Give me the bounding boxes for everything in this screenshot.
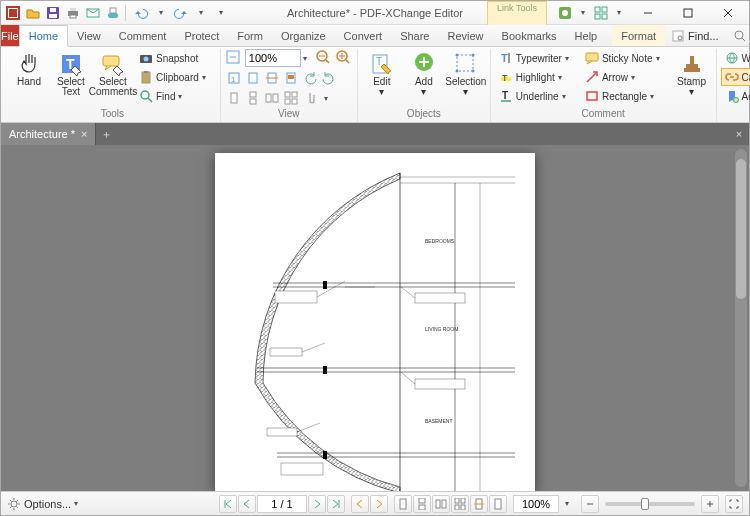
zoom-in-status-button[interactable] bbox=[701, 495, 719, 513]
layout-two-icon[interactable] bbox=[432, 495, 450, 513]
maximize-button[interactable] bbox=[669, 2, 707, 24]
scrollbar-thumb[interactable] bbox=[736, 159, 746, 299]
rotate-cw-icon[interactable] bbox=[320, 69, 338, 87]
page-input[interactable] bbox=[257, 495, 307, 513]
fit-page-icon[interactable] bbox=[244, 69, 262, 87]
hand-tool[interactable]: Hand bbox=[9, 49, 49, 88]
save-icon[interactable] bbox=[45, 5, 61, 21]
document-tab[interactable]: Architecture * × bbox=[1, 123, 96, 145]
find-tool[interactable]: Find▾ bbox=[135, 87, 216, 105]
close-all-tabs-button[interactable]: × bbox=[729, 123, 749, 145]
rotate-ccw-icon[interactable] bbox=[301, 69, 319, 87]
svg-line-101 bbox=[317, 281, 345, 297]
undo-dropdown[interactable]: ▾ bbox=[153, 5, 169, 21]
redo-icon[interactable] bbox=[173, 5, 189, 21]
selection-button[interactable]: Selection▾ bbox=[446, 49, 486, 98]
select-comments-tool[interactable]: Select Comments bbox=[93, 49, 133, 98]
add-button[interactable]: Add▾ bbox=[404, 49, 444, 98]
continuous-icon[interactable] bbox=[244, 89, 262, 107]
undo-icon[interactable] bbox=[133, 5, 149, 21]
sticky-note-tool[interactable]: Sticky Note▾ bbox=[581, 49, 670, 67]
tab-view[interactable]: View bbox=[68, 25, 110, 46]
layout-single-icon[interactable] bbox=[394, 495, 412, 513]
typewriter-tool[interactable]: TTypewriter▾ bbox=[495, 49, 579, 67]
document-tab-close-icon[interactable]: × bbox=[81, 128, 87, 140]
attachments-icon[interactable] bbox=[301, 89, 319, 107]
layout-cont-icon[interactable] bbox=[413, 495, 431, 513]
tab-protect[interactable]: Protect bbox=[175, 25, 228, 46]
tab-form[interactable]: Form bbox=[228, 25, 272, 46]
tab-home[interactable]: Home bbox=[19, 25, 68, 47]
next-page-button[interactable] bbox=[308, 495, 326, 513]
first-page-button[interactable] bbox=[219, 495, 237, 513]
ui-theme-dd[interactable]: ▾ bbox=[575, 5, 591, 21]
two-continuous-icon[interactable] bbox=[282, 89, 300, 107]
page-canvas[interactable]: BEDROOMS LIVING ROOM BASEMENT bbox=[215, 153, 535, 491]
zoom-status-dd[interactable]: ▾ bbox=[565, 499, 575, 508]
zoom-out-icon[interactable] bbox=[315, 49, 333, 67]
close-button[interactable] bbox=[709, 2, 747, 24]
zoom-input[interactable] bbox=[245, 49, 301, 67]
open-icon[interactable] bbox=[25, 5, 41, 21]
redo-dropdown[interactable]: ▾ bbox=[193, 5, 209, 21]
web-links-tool[interactable]: Web Links▾ bbox=[721, 49, 750, 67]
tab-comment[interactable]: Comment bbox=[110, 25, 176, 46]
last-page-button[interactable] bbox=[327, 495, 345, 513]
single-page-icon[interactable] bbox=[225, 89, 243, 107]
select-text-tool[interactable]: T Select Text bbox=[51, 49, 91, 98]
prev-page-button[interactable] bbox=[238, 495, 256, 513]
highlight-tool[interactable]: THighlight▾ bbox=[495, 68, 579, 86]
tab-share[interactable]: Share bbox=[391, 25, 438, 46]
scan-icon[interactable] bbox=[105, 5, 121, 21]
zoom-dd[interactable]: ▾ bbox=[303, 54, 313, 63]
launch-icon[interactable] bbox=[593, 5, 609, 21]
zoom-in-icon[interactable] bbox=[335, 49, 353, 67]
create-link-tool[interactable]: Create Link bbox=[721, 68, 750, 86]
workspace[interactable]: BEDROOMS LIVING ROOM BASEMENT bbox=[1, 145, 749, 491]
options-button[interactable]: Options...▾ bbox=[7, 497, 84, 511]
fit-width-icon[interactable] bbox=[263, 69, 281, 87]
tab-help[interactable]: Help bbox=[566, 25, 607, 46]
search-button[interactable]: Search... bbox=[727, 27, 750, 45]
fit-visible-icon[interactable] bbox=[282, 69, 300, 87]
launch-dd[interactable]: ▾ bbox=[611, 5, 627, 21]
rectangle-tool[interactable]: Rectangle▾ bbox=[581, 87, 670, 105]
zoom-out-rect-icon[interactable] bbox=[225, 49, 243, 67]
minimize-button[interactable] bbox=[629, 2, 667, 24]
zoom-out-status-button[interactable] bbox=[581, 495, 599, 513]
zoom-slider[interactable] bbox=[605, 502, 695, 506]
zoom-slider-knob[interactable] bbox=[641, 498, 649, 510]
actual-size-icon[interactable]: 1 bbox=[225, 69, 243, 87]
qat-customize[interactable]: ▾ bbox=[213, 5, 229, 21]
two-page-icon[interactable] bbox=[263, 89, 281, 107]
clipboard-tool[interactable]: Clipboard▾ bbox=[135, 68, 216, 86]
tab-file[interactable]: File bbox=[1, 25, 19, 46]
fit-width-status-icon[interactable] bbox=[470, 495, 488, 513]
tab-format[interactable]: Format bbox=[612, 25, 665, 46]
fit-page-status-icon[interactable] bbox=[489, 495, 507, 513]
tab-convert[interactable]: Convert bbox=[335, 25, 392, 46]
edit-button[interactable]: T Edit▾ bbox=[362, 49, 402, 98]
tab-organize[interactable]: Organize bbox=[272, 25, 335, 46]
zoom-status-input[interactable] bbox=[513, 495, 559, 513]
vertical-scrollbar[interactable] bbox=[735, 149, 747, 487]
tab-bookmarks[interactable]: Bookmarks bbox=[493, 25, 566, 46]
new-tab-button[interactable]: ＋ bbox=[96, 123, 116, 145]
back-button[interactable] bbox=[351, 495, 369, 513]
underline-tool[interactable]: TUnderline▾ bbox=[495, 87, 579, 105]
stamp-tool[interactable]: Stamp▾ bbox=[672, 49, 712, 98]
ui-theme-icon[interactable] bbox=[557, 5, 573, 21]
arrow-tool[interactable]: Arrow▾ bbox=[581, 68, 670, 86]
svg-line-102 bbox=[302, 343, 325, 352]
email-icon[interactable] bbox=[85, 5, 101, 21]
view-more-dd[interactable]: ▾ bbox=[320, 89, 338, 107]
svg-rect-8 bbox=[70, 15, 76, 18]
fullscreen-status-button[interactable] bbox=[725, 495, 743, 513]
add-bookmark-tool[interactable]: Add Bookmark bbox=[721, 87, 750, 105]
find-button[interactable]: Find... bbox=[665, 27, 725, 45]
snapshot-tool[interactable]: Snapshot bbox=[135, 49, 216, 67]
print-icon[interactable] bbox=[65, 5, 81, 21]
tab-review[interactable]: Review bbox=[438, 25, 492, 46]
layout-two-cont-icon[interactable] bbox=[451, 495, 469, 513]
forward-button[interactable] bbox=[370, 495, 388, 513]
